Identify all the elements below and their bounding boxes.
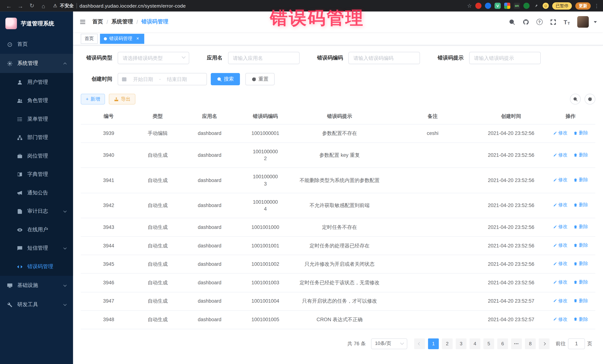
sidebar-item-notices[interactable]: 通知公告	[0, 184, 73, 202]
sidebar-item-error-codes[interactable]: 错误码管理	[0, 257, 73, 276]
sidebar-menu: 首页 系统管理 用户管理 角色管理	[0, 35, 73, 314]
bookmark-star-icon[interactable]: ☆	[467, 3, 472, 9]
breadcrumb-home[interactable]: 首页	[92, 18, 103, 25]
search-icon[interactable]	[509, 19, 515, 25]
address-bar[interactable]: ⚠ 不安全 dashboard.yudao.iocoder.cn/system/…	[53, 2, 186, 9]
page-button-6[interactable]: 6	[497, 338, 508, 349]
search-button[interactable]: 搜索	[211, 73, 240, 85]
sidebar-item-dictionary[interactable]: 字典管理	[0, 165, 73, 184]
error-type-input[interactable]	[118, 52, 189, 64]
edit-link[interactable]: 修改	[553, 316, 568, 322]
edit-link[interactable]: 修改	[553, 261, 568, 267]
browser-forward-icon[interactable]: →	[15, 2, 25, 9]
extension-icon-red[interactable]	[475, 3, 481, 9]
delete-link[interactable]: 删除	[573, 177, 588, 183]
browser-menu-icon[interactable]: ⋮	[594, 3, 599, 9]
sidebar-item-users[interactable]: 用户管理	[0, 73, 73, 91]
security-label[interactable]: 不安全	[60, 2, 74, 9]
sidebar-item-positions[interactable]: 岗位管理	[0, 147, 73, 165]
delete-link[interactable]: 删除	[573, 224, 588, 230]
breadcrumb-system[interactable]: 系统管理	[112, 18, 133, 25]
export-button-label: 导出	[121, 96, 130, 102]
delete-link[interactable]: 删除	[573, 202, 588, 208]
sidebar-item-menus[interactable]: 菜单管理	[0, 110, 73, 128]
end-date-input[interactable]	[162, 76, 192, 82]
edit-link[interactable]: 修改	[553, 202, 568, 208]
delete-link[interactable]: 删除	[573, 298, 588, 304]
cell-app: dashboard	[179, 218, 241, 237]
page-button-8[interactable]: 8	[525, 338, 536, 349]
sidebar-item-departments[interactable]: 部门管理	[0, 128, 73, 147]
error-code-input[interactable]	[348, 52, 420, 64]
edit-link[interactable]: 修改	[553, 130, 568, 136]
prev-page-button[interactable]	[414, 338, 425, 349]
app-name-input[interactable]	[228, 52, 300, 64]
browser-reload-icon[interactable]: ↻	[27, 2, 37, 9]
caret-down-icon[interactable]	[594, 21, 597, 23]
extension-on-icon[interactable]: on	[514, 3, 520, 9]
browser-back-icon[interactable]: ←	[4, 2, 14, 9]
table-row: 3945 自动生成 dashboard 1001001002 只允许修改为开启或…	[81, 255, 595, 274]
delete-link[interactable]: 删除	[573, 261, 588, 267]
start-date-input[interactable]	[128, 76, 158, 82]
error-type-select[interactable]	[118, 52, 189, 64]
delete-link[interactable]: 删除	[573, 316, 588, 322]
more-pages-button[interactable]: •••	[511, 338, 522, 349]
add-button[interactable]: + 新增	[81, 94, 105, 105]
page-button-4[interactable]: 4	[470, 338, 480, 349]
edit-link[interactable]: 修改	[553, 224, 568, 230]
sidebar-item-home[interactable]: 首页	[0, 35, 73, 54]
edit-link[interactable]: 修改	[553, 242, 568, 249]
extension-icon-green[interactable]	[523, 3, 530, 9]
edit-link[interactable]: 修改	[553, 279, 568, 286]
url-text[interactable]: dashboard.yudao.iocoder.cn/system/error-…	[80, 3, 186, 9]
page-button-5[interactable]: 5	[483, 338, 494, 349]
page-size-select[interactable]: 10条/页	[371, 338, 407, 349]
tab-error-codes[interactable]: 错误码管理 ×	[100, 33, 144, 44]
refresh-table-button[interactable]	[585, 94, 595, 105]
error-hint-input[interactable]	[469, 52, 541, 64]
github-icon[interactable]	[522, 19, 529, 25]
pin-extension-icon[interactable]	[533, 3, 539, 9]
search-toggle-button[interactable]	[570, 94, 581, 105]
sidebar-item-roles[interactable]: 角色管理	[0, 91, 73, 110]
calendar-icon	[122, 76, 127, 82]
hamburger-icon[interactable]	[79, 18, 86, 25]
next-page-button[interactable]	[539, 338, 550, 349]
delete-link[interactable]: 删除	[573, 242, 588, 249]
page-button-2[interactable]: 2	[442, 338, 453, 349]
edit-link[interactable]: 修改	[553, 298, 568, 304]
update-button[interactable]: 更新	[575, 2, 591, 9]
profile-emoji-icon[interactable]: ☺	[543, 3, 549, 9]
delete-link[interactable]: 删除	[573, 279, 588, 286]
extension-grid-icon[interactable]	[504, 3, 510, 9]
goto-page-input[interactable]	[568, 338, 585, 349]
tab-home[interactable]: 首页	[81, 33, 98, 44]
export-button[interactable]: 导出	[109, 94, 135, 105]
help-icon[interactable]: ?	[536, 19, 543, 25]
sidebar-item-audit-logs[interactable]: 审计日志	[0, 202, 73, 220]
edit-link[interactable]: 修改	[553, 152, 568, 158]
delete-link[interactable]: 删除	[573, 130, 588, 136]
cell-type: 自动生成	[137, 168, 179, 193]
reset-button[interactable]: 重置	[245, 73, 275, 85]
edit-link[interactable]: 修改	[553, 177, 568, 183]
sidebar-item-system[interactable]: 系统管理	[0, 54, 73, 73]
cell-note	[389, 310, 476, 329]
date-range-picker[interactable]: -	[118, 73, 207, 85]
sidebar-item-devtools[interactable]: 研发工具	[0, 295, 73, 314]
close-icon[interactable]: ×	[135, 36, 140, 41]
fullscreen-icon[interactable]	[550, 19, 556, 25]
sidebar-item-online-users[interactable]: 在线用户	[0, 221, 73, 239]
vue-devtools-icon[interactable]: V	[494, 3, 500, 9]
sidebar-item-infrastructure[interactable]: 基础设施	[0, 276, 73, 295]
avatar[interactable]	[577, 16, 589, 28]
browser-home-icon[interactable]: ⌂	[38, 2, 48, 9]
font-size-icon[interactable]: TT	[564, 19, 570, 25]
page-button-1[interactable]: 1	[428, 338, 439, 349]
extension-icon-blue[interactable]	[485, 3, 491, 9]
sidebar-item-sms[interactable]: 短信管理	[0, 239, 73, 257]
delete-link[interactable]: 删除	[573, 152, 588, 158]
page-button-3[interactable]: 3	[456, 338, 466, 349]
paused-badge[interactable]: 已暂停	[552, 2, 572, 9]
